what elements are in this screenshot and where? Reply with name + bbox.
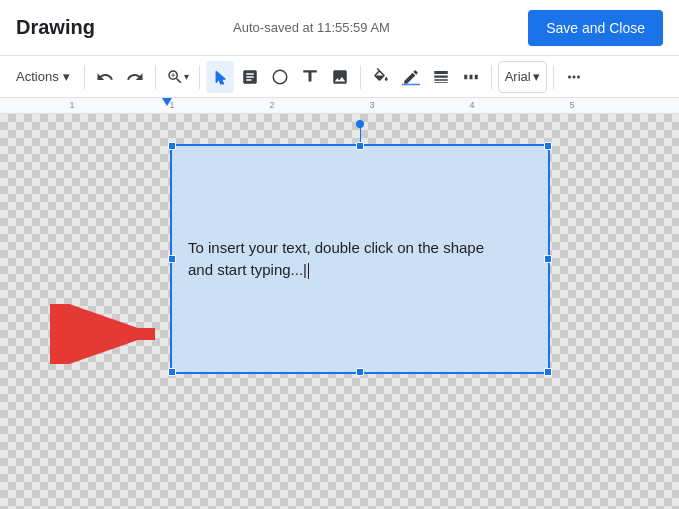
- svg-point-0: [273, 70, 287, 84]
- handle-top-center[interactable]: [356, 142, 364, 150]
- divider-1: [84, 65, 85, 89]
- font-name: Arial: [505, 69, 531, 84]
- line-tool-button[interactable]: [236, 61, 264, 93]
- handle-top-right[interactable]: [544, 142, 552, 150]
- line-dash-button[interactable]: [457, 61, 485, 93]
- handle-middle-left[interactable]: [168, 255, 176, 263]
- header: Drawing Auto-saved at 11:55:59 AM Save a…: [0, 0, 679, 56]
- actions-label: Actions: [16, 69, 59, 84]
- divider-4: [360, 65, 361, 89]
- actions-menu-button[interactable]: Actions ▾: [8, 65, 78, 88]
- autosave-status: Auto-saved at 11:55:59 AM: [95, 20, 528, 35]
- line-dash-icon: [462, 68, 480, 86]
- svg-rect-1: [402, 83, 420, 85]
- divider-2: [155, 65, 156, 89]
- drawing-canvas[interactable]: To insert your text, double click on the…: [0, 114, 679, 509]
- ruler-label-6: 5: [569, 100, 574, 110]
- redo-icon: [126, 68, 144, 86]
- textbox-icon: [301, 68, 319, 86]
- divider-5: [491, 65, 492, 89]
- cursor-icon: [211, 68, 229, 86]
- fill-color-button[interactable]: [367, 61, 395, 93]
- rotation-handle[interactable]: [356, 120, 364, 128]
- actions-dropdown-icon: ▾: [63, 69, 70, 84]
- zoom-icon: [166, 68, 184, 86]
- pen-color-button[interactable]: [397, 61, 425, 93]
- text-box-button[interactable]: [296, 61, 324, 93]
- pen-icon: [402, 68, 420, 86]
- ruler: 1 1 2 3 4 5: [0, 98, 679, 114]
- ruler-label-3: 2: [269, 100, 274, 110]
- app-container: Drawing Auto-saved at 11:55:59 AM Save a…: [0, 0, 679, 509]
- selected-shape-container[interactable]: To insert your text, double click on the…: [170, 144, 550, 374]
- handle-top-left[interactable]: [168, 142, 176, 150]
- line-weight-icon: [432, 68, 450, 86]
- more-options-button[interactable]: [560, 61, 588, 93]
- red-arrow: [50, 304, 170, 368]
- select-tool-button[interactable]: [206, 61, 234, 93]
- app-title: Drawing: [16, 16, 95, 39]
- zoom-dropdown-icon: ▾: [184, 71, 189, 82]
- toolbar: Actions ▾ ▾: [0, 56, 679, 98]
- redo-button[interactable]: [121, 61, 149, 93]
- handle-middle-right[interactable]: [544, 255, 552, 263]
- shape-text-content: To insert your text, double click on the…: [188, 237, 484, 282]
- font-selector[interactable]: Arial ▾: [498, 61, 547, 93]
- font-dropdown-icon: ▾: [533, 69, 540, 84]
- line-weight-button[interactable]: [427, 61, 455, 93]
- save-and-close-button[interactable]: Save and Close: [528, 10, 663, 46]
- handle-bottom-center[interactable]: [356, 368, 364, 376]
- undo-button[interactable]: [91, 61, 119, 93]
- handle-bottom-left[interactable]: [168, 368, 176, 376]
- circle-icon: [271, 68, 289, 86]
- zoom-button[interactable]: ▾: [162, 61, 193, 93]
- fill-icon: [372, 68, 390, 86]
- image-icon: [331, 68, 349, 86]
- ruler-label-4: 3: [369, 100, 374, 110]
- image-button[interactable]: [326, 61, 354, 93]
- ruler-cursor: [162, 98, 172, 106]
- divider-6: [553, 65, 554, 89]
- more-icon: [565, 68, 583, 86]
- undo-icon: [96, 68, 114, 86]
- shape-circle-button[interactable]: [266, 61, 294, 93]
- divider-3: [199, 65, 200, 89]
- ruler-label-1: 1: [69, 100, 74, 110]
- handle-bottom-right[interactable]: [544, 368, 552, 376]
- ruler-label-5: 4: [469, 100, 474, 110]
- text-shape[interactable]: To insert your text, double click on the…: [170, 144, 550, 374]
- line-icon: [241, 68, 259, 86]
